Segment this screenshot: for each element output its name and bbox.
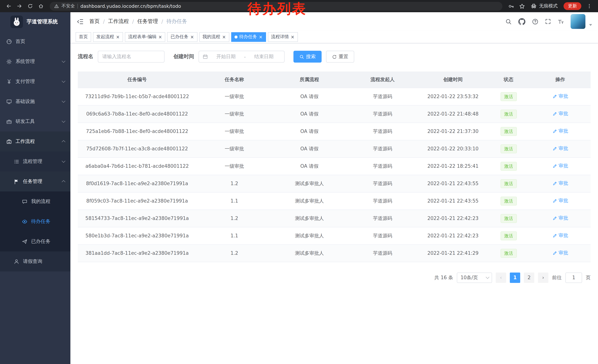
approve-action-link[interactable]: 审批 xyxy=(552,250,568,256)
approve-action-link[interactable]: 审批 xyxy=(552,111,568,117)
sidebar-item-todo-task[interactable]: 待办任务 xyxy=(0,211,70,231)
dashboard-icon xyxy=(6,39,12,44)
calendar-icon xyxy=(203,54,208,59)
approve-label: 审批 xyxy=(558,250,568,256)
cell-task-name: 1.2 xyxy=(196,175,272,192)
close-icon[interactable]: × xyxy=(116,35,120,39)
status-badge: 激活 xyxy=(500,144,517,153)
breadcrumb-item-0[interactable]: 首页 xyxy=(89,18,100,25)
goto-page-input[interactable]: 1 xyxy=(565,272,582,283)
approve-action-link[interactable]: 审批 xyxy=(552,128,568,135)
approve-action-link[interactable]: 审批 xyxy=(552,180,568,187)
close-icon[interactable]: × xyxy=(190,35,194,39)
start-date-placeholder: 开始日期 xyxy=(209,53,242,60)
close-icon[interactable]: × xyxy=(291,35,294,39)
fullscreen-icon[interactable] xyxy=(545,18,551,24)
home-icon[interactable] xyxy=(36,1,46,11)
app-logo[interactable]: 芋道管理系统 xyxy=(0,12,70,32)
search-icon[interactable] xyxy=(505,18,512,25)
sidebar-item-infra[interactable]: 基础设施 xyxy=(0,91,70,112)
sidebar-item-done-task[interactable]: 已办任务 xyxy=(0,231,70,251)
sidebar-item-label: 工作流程 xyxy=(16,138,35,145)
tab-todo-task[interactable]: 待办任务× xyxy=(231,32,266,42)
breadcrumb-item-2[interactable]: 任务管理 xyxy=(137,18,158,25)
approve-action-link[interactable]: 审批 xyxy=(552,93,568,100)
cell-task-id: 725a1eb6-7b88-11ec-8ef0-acde48001122 xyxy=(78,122,196,140)
tab-home[interactable]: 首页 xyxy=(75,32,91,42)
chevron-up-icon xyxy=(62,140,65,144)
sidebar-item-devtools[interactable]: 研发工具 xyxy=(0,112,70,131)
app-title: 芋道管理系统 xyxy=(27,18,58,25)
edit-icon xyxy=(552,94,557,99)
approve-action-link[interactable]: 审批 xyxy=(552,198,568,204)
approve-action-link[interactable]: 审批 xyxy=(552,232,568,239)
cell-starter: 芋道源码 xyxy=(346,244,419,262)
kebab-menu-icon[interactable] xyxy=(584,1,594,11)
forward-icon[interactable] xyxy=(15,1,25,11)
table-row: 58154733-7ac8-11ec-a9e2-a2380e71991a1.2测… xyxy=(78,210,590,227)
update-button[interactable]: 更新 xyxy=(564,2,581,10)
page-button-2[interactable]: 2 xyxy=(524,272,534,283)
sidebar-item-system[interactable]: 系统管理 xyxy=(0,51,70,72)
chevron-down-icon xyxy=(62,99,65,103)
sidebar-item-task-mgmt[interactable]: 任务管理 xyxy=(0,171,70,191)
sidebar-item-payment[interactable]: 支付管理 xyxy=(0,72,70,91)
topbar-actions xyxy=(505,14,592,29)
monitor-icon xyxy=(6,99,12,104)
sidebar-item-home[interactable]: 首页 xyxy=(0,32,70,51)
reset-button[interactable]: 重置 xyxy=(326,51,354,63)
key-icon[interactable] xyxy=(506,1,516,11)
user-icon xyxy=(13,259,19,264)
cell-create-time: 2022-01-22 20:33:10 xyxy=(419,140,487,157)
table-row: 8f059c03-7ac8-11ec-a9e2-a2380e71991a1.1测… xyxy=(78,192,590,210)
search-button[interactable]: 搜索 xyxy=(293,51,322,63)
eye-icon xyxy=(22,219,27,224)
close-icon[interactable]: × xyxy=(158,35,162,39)
approve-action-link[interactable]: 审批 xyxy=(552,145,568,152)
prev-page-button[interactable]: ‹ xyxy=(496,272,506,283)
page-size-select[interactable]: 10条/页 xyxy=(457,272,492,283)
breadcrumb-item-1[interactable]: 工作流程 xyxy=(108,18,129,25)
tab-form-edit[interactable]: 流程表单-编辑× xyxy=(125,32,166,42)
question-icon[interactable] xyxy=(532,18,538,25)
refresh-icon xyxy=(332,54,337,59)
url-text[interactable]: dashboard.yudao.iocoder.cn/bpm/task/todo xyxy=(80,3,181,9)
close-icon[interactable]: × xyxy=(259,35,263,39)
breadcrumb: 首页/工作流程/任务管理/待办任务 xyxy=(89,18,187,25)
tab-create-process[interactable]: 发起流程× xyxy=(93,32,123,42)
edit-icon xyxy=(552,181,557,186)
chevron-down-icon[interactable] xyxy=(589,24,592,26)
date-range-picker[interactable]: 开始日期 - 结束日期 xyxy=(199,51,284,63)
approve-action-link[interactable]: 审批 xyxy=(552,163,568,170)
sidebar-item-label: 已办任务 xyxy=(31,238,50,245)
star-icon[interactable] xyxy=(517,1,527,11)
fold-icon[interactable] xyxy=(76,18,83,25)
next-page-button[interactable]: › xyxy=(538,272,548,283)
approve-action-link[interactable]: 审批 xyxy=(552,215,568,222)
sidebar-item-workflow[interactable]: 工作流程 xyxy=(0,131,70,152)
security-label[interactable]: 不安全 xyxy=(61,3,75,9)
approve-label: 审批 xyxy=(558,232,568,239)
cell-starter: 芋道源码 xyxy=(346,192,419,210)
annotation-overlay: 待办列表 xyxy=(248,1,307,17)
page-button-1[interactable]: 1 xyxy=(510,272,520,283)
fontsize-icon[interactable] xyxy=(558,18,564,25)
process-name-input[interactable]: 请输入流程名 xyxy=(98,51,165,63)
topbar: 首页/工作流程/任务管理/待办任务 xyxy=(70,12,598,31)
user-avatar[interactable] xyxy=(571,14,585,29)
chevron-down-icon xyxy=(62,79,65,83)
sidebar-item-my-process[interactable]: 我的流程 xyxy=(0,191,70,211)
tab-process-detail[interactable]: 流程详情× xyxy=(268,32,298,42)
sidebar-item-process-mgmt[interactable]: 流程管理 xyxy=(0,152,70,171)
back-icon[interactable] xyxy=(4,1,14,11)
tab-done-task[interactable]: 已办任务× xyxy=(167,32,197,42)
column-header-3: 流程发起人 xyxy=(346,72,419,88)
close-icon[interactable]: × xyxy=(222,35,226,39)
reload-icon[interactable] xyxy=(25,1,35,11)
approve-label: 审批 xyxy=(558,198,568,204)
tab-my-process[interactable]: 我的流程× xyxy=(199,32,229,42)
cell-starter: 芋道源码 xyxy=(346,227,419,244)
approve-label: 审批 xyxy=(558,93,568,100)
sidebar-item-leave-query[interactable]: 请假查询 xyxy=(0,251,70,271)
github-icon[interactable] xyxy=(518,18,525,25)
